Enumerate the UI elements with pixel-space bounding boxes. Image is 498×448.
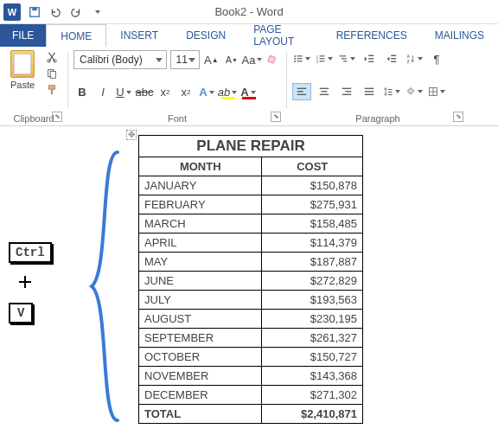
superscript-button[interactable]: x2 (177, 84, 195, 101)
numbering-icon[interactable]: 123 (315, 50, 334, 67)
svg-rect-7 (51, 89, 53, 94)
table-row[interactable]: MAY$187,887 (139, 253, 363, 272)
cell-month: JANUARY (139, 176, 262, 195)
cut-icon[interactable] (45, 50, 59, 64)
undo-icon[interactable] (48, 5, 62, 19)
qat-customize-icon[interactable] (90, 5, 104, 19)
justify-icon[interactable] (360, 83, 379, 100)
svg-rect-42 (365, 91, 374, 92)
word-app-icon: W (3, 3, 21, 21)
clear-formatting-icon[interactable] (265, 51, 281, 68)
italic-button[interactable]: I (94, 84, 112, 101)
svg-text:Z: Z (407, 59, 411, 64)
svg-rect-1 (32, 7, 36, 10)
plane-repair-table[interactable]: PLANE REPAIR MONTH COST JANUARY$150,878F… (138, 135, 363, 424)
cell-cost: $114,379 (262, 234, 363, 253)
svg-point-13 (294, 61, 296, 62)
ctrl-key-icon: Ctrl (9, 242, 52, 263)
align-right-icon[interactable] (337, 83, 356, 100)
font-launcher-icon[interactable]: ⬊ (271, 112, 281, 122)
table-row[interactable]: JANUARY$150,878 (139, 176, 363, 195)
format-painter-icon[interactable] (45, 83, 59, 97)
cell-month: MARCH (139, 214, 262, 234)
show-hide-icon[interactable]: ¶ (427, 50, 446, 67)
save-icon[interactable] (28, 5, 42, 19)
tab-insert[interactable]: INSERT (106, 24, 172, 47)
grow-font-icon[interactable]: A▲ (203, 51, 220, 68)
cell-month: AUGUST (139, 310, 262, 329)
multilevel-list-icon[interactable] (337, 50, 356, 67)
font-color-icon[interactable]: A (239, 84, 257, 101)
paragraph-launcher-icon[interactable]: ⬊ (453, 112, 463, 122)
paragraph-group-label: Paragraph⬊ (292, 110, 463, 124)
tab-home[interactable]: HOME (46, 24, 106, 47)
borders-icon[interactable] (427, 83, 446, 100)
table-row[interactable]: JUNE$272,829 (139, 272, 363, 291)
svg-rect-23 (343, 61, 348, 61)
redo-icon[interactable] (69, 5, 83, 19)
total-label: TOTAL (139, 405, 262, 424)
table-title: PLANE REPAIR (139, 136, 363, 157)
clipboard-launcher-icon[interactable]: ⬊ (52, 112, 62, 122)
table-row[interactable]: NOVEMBER$143,368 (139, 367, 363, 386)
svg-point-11 (294, 58, 296, 60)
align-center-icon[interactable] (315, 83, 334, 100)
svg-rect-22 (342, 58, 347, 59)
header-month: MONTH (139, 157, 262, 176)
table-row[interactable]: APRIL$114,379 (139, 234, 363, 253)
underline-button[interactable]: U (115, 84, 132, 101)
svg-rect-8 (268, 55, 276, 63)
text-effects-icon[interactable]: A (198, 84, 215, 101)
sort-icon[interactable]: AZ (405, 50, 424, 67)
table-row[interactable]: JULY$193,563 (139, 291, 363, 310)
font-name-select[interactable]: Calibri (Body) (73, 50, 167, 69)
subscript-button[interactable]: x2 (156, 84, 174, 101)
svg-rect-10 (297, 55, 303, 56)
tab-mailings[interactable]: MAILINGS (421, 24, 498, 47)
tab-design[interactable]: DESIGN (172, 24, 239, 47)
document-title: Book2 - Word (214, 5, 283, 18)
decrease-indent-icon[interactable] (360, 50, 379, 67)
table-row[interactable]: FEBRUARY$275,931 (139, 195, 363, 214)
cell-cost: $275,931 (262, 195, 363, 214)
line-spacing-icon[interactable] (382, 83, 401, 100)
table-row[interactable]: DECEMBER$271,302 (139, 386, 363, 405)
svg-rect-20 (320, 61, 325, 61)
v-key-icon: V (9, 303, 33, 323)
tab-page-layout[interactable]: PAGE LAYOUT (239, 24, 322, 47)
cell-cost: $143,368 (262, 367, 363, 386)
svg-rect-28 (391, 58, 396, 59)
cell-month: SEPTEMBER (139, 329, 262, 348)
increase-indent-icon[interactable] (382, 50, 401, 67)
svg-rect-41 (365, 87, 374, 88)
bullets-icon[interactable] (292, 50, 311, 67)
strikethrough-button[interactable]: abc (136, 84, 153, 101)
svg-rect-45 (388, 92, 393, 93)
paste-button[interactable]: Paste (5, 50, 40, 90)
change-case-icon[interactable]: Aa (244, 51, 261, 68)
align-left-icon[interactable] (292, 83, 311, 100)
shrink-font-icon[interactable]: A▼ (223, 51, 239, 68)
bold-button[interactable]: B (73, 84, 91, 101)
document-area[interactable]: ✥ PLANE REPAIR MONTH COST JANUARY$150,87… (0, 126, 498, 448)
copy-icon[interactable] (45, 67, 59, 80)
tab-file[interactable]: FILE (0, 24, 46, 47)
table-row[interactable]: SEPTEMBER$261,327 (139, 329, 363, 348)
table-row[interactable]: MARCH$158,485 (139, 214, 363, 234)
svg-rect-33 (297, 91, 303, 92)
shading-icon[interactable] (405, 83, 424, 100)
cell-cost: $230,195 (262, 310, 363, 329)
highlight-color-icon[interactable]: ab (219, 84, 236, 101)
table-row[interactable]: AUGUST$230,195 (139, 310, 363, 329)
table-row[interactable]: OCTOBER$150,727 (139, 348, 363, 367)
cell-cost: $272,829 (262, 272, 363, 291)
cell-cost: $158,485 (262, 214, 363, 234)
cell-month: JUNE (139, 272, 262, 291)
table-move-handle-icon[interactable]: ✥ (126, 130, 137, 140)
font-size-select[interactable]: 11 (170, 50, 200, 69)
svg-rect-35 (320, 87, 329, 88)
tab-references[interactable]: REFERENCES (322, 24, 421, 47)
svg-point-9 (294, 55, 296, 57)
svg-rect-16 (320, 55, 325, 56)
svg-rect-6 (49, 86, 55, 89)
